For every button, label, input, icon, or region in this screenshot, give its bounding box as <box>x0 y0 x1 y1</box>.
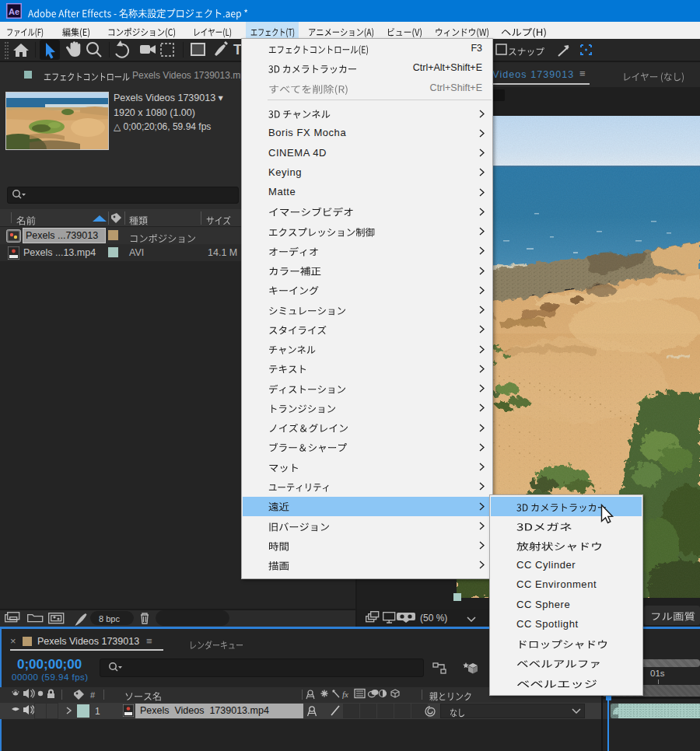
svg-text:Ae: Ae <box>9 7 19 16</box>
svg-text:#: # <box>90 690 96 700</box>
svg-text:fx: fx <box>342 690 348 699</box>
